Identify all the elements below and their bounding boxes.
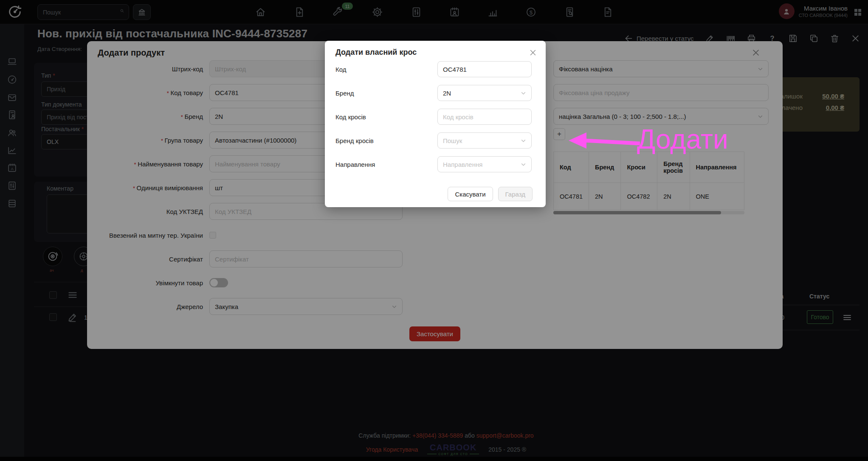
add-cross-modal: Додати власний крос Код Бренд 2N Код кро… <box>325 41 546 207</box>
direction-label: Направлення <box>335 161 437 168</box>
chevron-down-icon <box>521 162 526 167</box>
cross-of-brand-select[interactable]: Пошук <box>437 132 532 149</box>
cross-code-label: Код <box>335 66 437 73</box>
add-cross-modal-title: Додати власний крос <box>335 48 417 57</box>
cross-code-input[interactable] <box>437 61 532 77</box>
direction-select[interactable]: Направлення <box>437 156 532 172</box>
chevron-down-icon <box>521 138 526 143</box>
cross-brand-label: Бренд <box>335 90 437 97</box>
app-screen: 11 $ <box>0 0 868 461</box>
chevron-down-icon <box>521 90 526 96</box>
ok-button[interactable]: Гаразд <box>498 187 533 201</box>
add-cross-form: Код Бренд 2N Код кросів Бренд кросів <box>335 61 532 180</box>
cross-of-code-input[interactable] <box>437 109 532 125</box>
cancel-button[interactable]: Скасувати <box>448 187 493 201</box>
cross-brand-select[interactable]: 2N <box>437 85 532 101</box>
cross-of-code-label: Код кросів <box>335 113 437 121</box>
close-add-cross-icon[interactable] <box>529 48 537 57</box>
cross-of-brand-label: Бренд кросів <box>335 137 437 144</box>
